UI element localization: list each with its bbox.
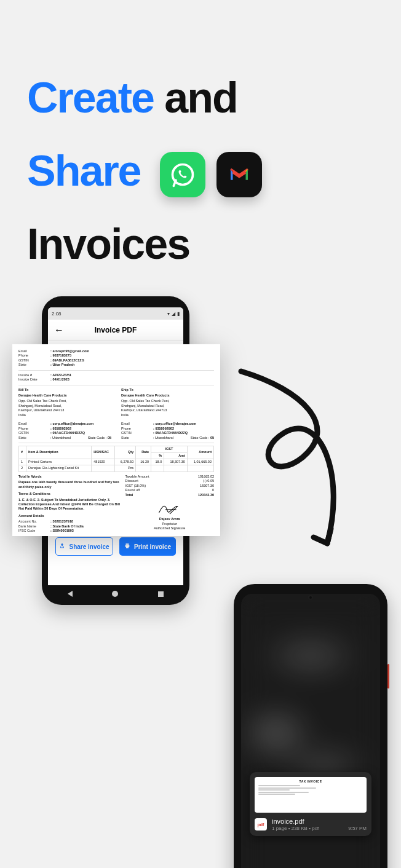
back-icon[interactable]: ←	[54, 325, 64, 336]
print-icon	[124, 543, 130, 550]
appbar-title: Invoice PDF	[95, 326, 137, 334]
share-attachment-card[interactable]: TAX INVOICE pdf invoice.pdf 1 page • 238…	[250, 772, 371, 836]
power-button	[387, 664, 389, 688]
nav-home-icon[interactable]	[112, 591, 118, 597]
print-invoice-label: Print invoice	[134, 543, 171, 550]
attachment-filename: invoice.pdf	[272, 818, 343, 825]
share-invoice-button[interactable]: Share invoice	[55, 537, 113, 556]
signature-block: Rajeev Arora Proprietor Authorized Signa…	[125, 501, 214, 531]
gmail-icon	[216, 152, 262, 197]
headline-invoices: Invoices	[27, 220, 189, 268]
phone-share-target: TAX INVOICE pdf invoice.pdf 1 page • 238…	[234, 584, 387, 868]
nav-back-icon[interactable]	[68, 591, 73, 597]
status-time: 2:08	[52, 311, 62, 317]
nav-recents-icon[interactable]	[158, 591, 164, 597]
table-row: 1 Printed Cartons 481920 6,278.50 16.20 …	[19, 459, 214, 465]
headline-and: and	[164, 74, 237, 122]
appbar: ← Invoice PDF	[48, 320, 183, 341]
headline-share: Share	[27, 147, 141, 195]
table-row: 2 Denajee Glo-Lightening Facial Kit Pcs	[19, 465, 214, 471]
android-navbar	[48, 586, 183, 601]
headline-create: Create	[27, 74, 154, 122]
pdf-preview: TAX INVOICE	[255, 777, 367, 813]
share-invoice-label: Share invoice	[69, 543, 109, 550]
invoice-document: Email: aroraprt95@gmail.com Phone: 98371…	[12, 344, 220, 536]
wifi-icon: ▾	[167, 311, 170, 317]
android-statusbar: 2:08 ▾ ◢ ▮	[48, 307, 183, 320]
ship-to-block: Ship To Denajee Health Care Products Opp…	[121, 388, 214, 441]
signal-icon: ◢	[172, 311, 175, 317]
battery-icon: ▮	[177, 311, 180, 317]
share-icon	[59, 543, 65, 550]
pdf-badge-icon: pdf	[255, 818, 267, 831]
headline: Create and Share Invoices	[27, 61, 378, 281]
message-time: 9:57 PM	[348, 826, 367, 831]
attachment-fileinfo: 1 page • 238 KB • pdf	[272, 826, 343, 831]
print-invoice-button[interactable]: Print invoice	[119, 537, 176, 556]
invoice-items-table: # Item & Description HSN/SAC Qty Rate IG…	[18, 443, 214, 472]
flow-arrow-icon	[229, 365, 352, 574]
whatsapp-icon	[160, 152, 205, 197]
bill-to-block: Bill To Denajee Health Care Products Opp…	[18, 388, 111, 441]
